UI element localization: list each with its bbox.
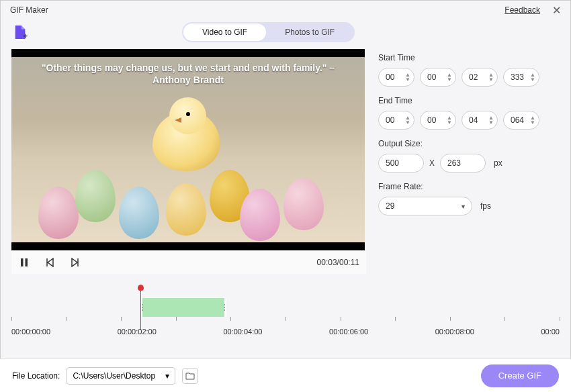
mode-tabs: Video to GIF Photos to GIF xyxy=(182,22,355,42)
timeline-ticks: 00:00:00:0000:00:02:0000:00:04:0000:00:0… xyxy=(11,328,560,336)
clip-start-handle[interactable] xyxy=(141,302,144,313)
end-ms-input[interactable]: 064▲▼ xyxy=(503,111,539,130)
clip-end-handle[interactable] xyxy=(223,302,226,313)
window-title: GIF Maker xyxy=(10,5,48,15)
frame-rate-select[interactable]: 29▾ xyxy=(378,197,472,215)
titlebar: GIF Maker Feedback ✕ xyxy=(1,1,570,19)
video-quote-overlay: "Other things may change us, but we star… xyxy=(11,62,365,85)
next-frame-icon[interactable] xyxy=(69,256,81,268)
start-minute-input[interactable]: 00▲▼ xyxy=(420,68,456,87)
start-time-label: Start Time xyxy=(378,53,560,62)
playhead[interactable] xyxy=(140,289,141,330)
file-location-select[interactable]: C:\Users\User\Desktop▾ xyxy=(67,367,175,385)
timeline: 00:00:00:0000:00:02:0000:00:04:0000:00:0… xyxy=(1,274,570,328)
prev-frame-icon[interactable] xyxy=(44,256,56,268)
tab-photos-to-gif[interactable]: Photos to GIF xyxy=(266,23,353,41)
start-hour-input[interactable]: 00▲▼ xyxy=(378,68,414,87)
close-icon[interactable]: ✕ xyxy=(552,4,561,17)
browse-folder-button[interactable] xyxy=(182,368,198,384)
end-time-label: End Time xyxy=(378,96,560,105)
svg-rect-1 xyxy=(21,258,24,266)
tab-video-to-gif[interactable]: Video to GIF xyxy=(183,23,266,41)
timeline-clip[interactable] xyxy=(140,298,226,317)
chevron-down-icon: ▾ xyxy=(165,371,169,381)
end-minute-input[interactable]: 00▲▼ xyxy=(420,111,456,130)
start-second-input[interactable]: 02▲▼ xyxy=(462,68,498,87)
file-location-label: File Location: xyxy=(12,371,60,381)
video-preview[interactable]: "Other things may change us, but we star… xyxy=(11,49,365,250)
chevron-down-icon: ▼ xyxy=(405,77,410,82)
size-separator: X xyxy=(429,158,435,168)
footer: File Location: C:\Users\User\Desktop▾ Cr… xyxy=(0,358,571,392)
video-area: "Other things may change us, but we star… xyxy=(11,49,366,274)
svg-rect-2 xyxy=(26,258,28,266)
end-second-input[interactable]: 04▲▼ xyxy=(462,111,498,130)
pause-icon[interactable] xyxy=(18,256,30,268)
app-logo-icon: + xyxy=(13,24,28,40)
settings-sidebar: Start Time 00▲▼ 00▲▼ 02▲▼ 333▲▼ End Time… xyxy=(378,49,560,274)
output-unit: px xyxy=(494,158,502,168)
end-hour-input[interactable]: 00▲▼ xyxy=(378,111,414,130)
playback-controls: 00:03/00:11 xyxy=(11,251,366,274)
output-size-label: Output Size: xyxy=(378,139,560,148)
feedback-link[interactable]: Feedback xyxy=(504,5,540,15)
create-gif-button[interactable]: Create GIF xyxy=(481,364,559,387)
timecode: 00:03/00:11 xyxy=(317,258,359,267)
chevron-down-icon: ▾ xyxy=(462,203,465,210)
output-width-input[interactable]: 500 xyxy=(378,154,424,173)
quote-author: Anthony Brandt xyxy=(25,75,351,85)
quote-line: "Other things may change us, but we star… xyxy=(42,62,335,73)
frame-rate-label: Frame Rate: xyxy=(378,182,560,191)
fps-unit: fps xyxy=(480,201,491,211)
topbar: + Video to GIF Photos to GIF xyxy=(1,19,570,45)
svg-text:+: + xyxy=(23,31,28,40)
output-height-input[interactable]: 263 xyxy=(440,154,486,173)
start-ms-input[interactable]: 333▲▼ xyxy=(503,68,539,87)
